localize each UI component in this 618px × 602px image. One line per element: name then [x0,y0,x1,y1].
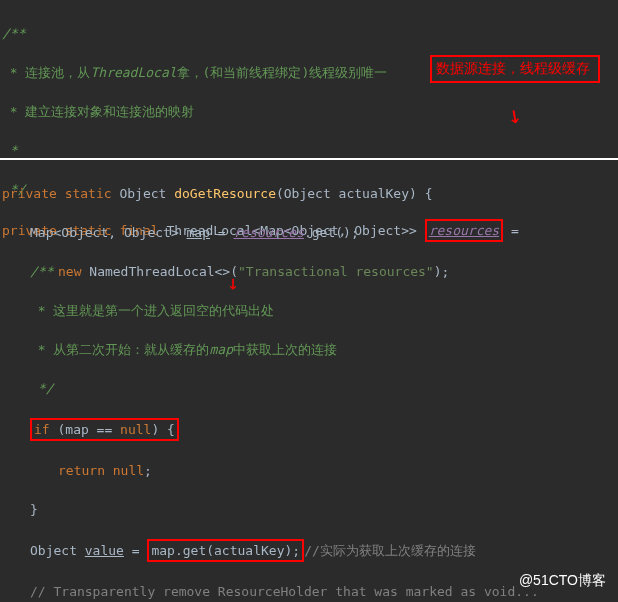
comment-line: /** [2,24,616,44]
watermark: @51CTO博客 [519,572,606,590]
annotation-box: 数据源连接，线程级缓存 [430,55,600,83]
code-block-2: private static Object doGetResource(Obje… [0,160,618,600]
highlight-resources: resources [425,219,503,243]
highlight-if-null: if (map == null) { [30,418,179,442]
highlight-map-get: map.get(actualKey); [147,539,304,563]
